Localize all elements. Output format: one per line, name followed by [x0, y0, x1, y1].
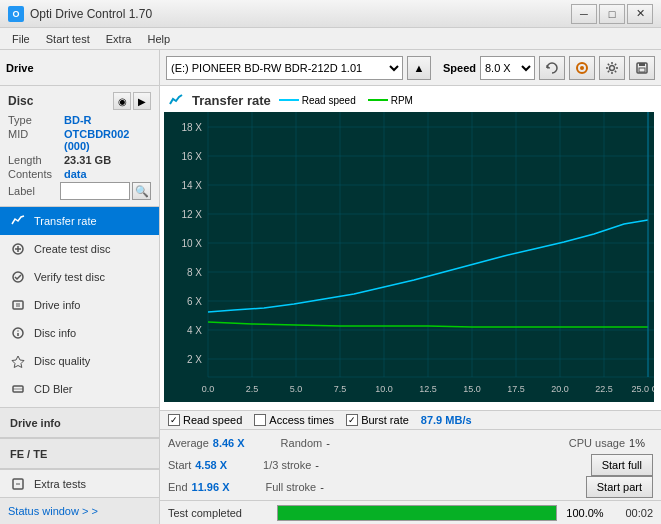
drive-info-header[interactable]: Drive info	[0, 408, 159, 438]
svg-text:20.0: 20.0	[551, 384, 569, 394]
menu-help[interactable]: Help	[139, 31, 178, 47]
drive-bar: Drive	[0, 50, 159, 86]
burst-rate-checkbox[interactable]: ✓	[346, 414, 358, 426]
nav-verify-test-label: Verify test disc	[34, 271, 105, 283]
start-part-button[interactable]: Start part	[586, 476, 653, 498]
nav-create-test-disc[interactable]: Create test disc	[0, 235, 159, 263]
close-button[interactable]: ✕	[627, 4, 653, 24]
svg-text:17.5: 17.5	[507, 384, 525, 394]
disc-title: Disc	[8, 94, 33, 108]
svg-rect-4	[13, 301, 23, 309]
read-speed-checkbox[interactable]: ✓	[168, 414, 180, 426]
svg-point-8	[17, 330, 18, 331]
read-speed-checkbox-label: Read speed	[183, 414, 242, 426]
nav-disc-quality-label: Disc quality	[34, 355, 90, 367]
status-window-label: Status window > >	[8, 505, 98, 517]
access-times-checkbox-item: Access times	[254, 414, 334, 426]
start-stat: Start 4.58 X	[168, 459, 227, 471]
start-label: Start	[168, 459, 191, 471]
chart-title: Transfer rate	[192, 93, 271, 108]
cpu-stat: CPU usage 1%	[569, 437, 645, 449]
rpm-legend-label: RPM	[391, 95, 413, 106]
speed-select[interactable]: 8.0 X	[480, 56, 535, 80]
read-speed-checkbox-item: ✓ Read speed	[168, 414, 242, 426]
settings-button[interactable]	[599, 56, 625, 80]
nav-menu: Transfer rate Create test disc Verify te…	[0, 207, 159, 407]
verify-test-icon	[10, 269, 26, 285]
nav-drive-info[interactable]: Drive info	[0, 291, 159, 319]
disc-icon-1[interactable]: ◉	[113, 92, 131, 110]
top-drive-bar: (E:) PIONEER BD-RW BDR-212D 1.01 ▲ Speed…	[160, 50, 661, 86]
menu-extra[interactable]: Extra	[98, 31, 140, 47]
label-search-button[interactable]: 🔍	[132, 182, 151, 200]
disc-quality-icon	[10, 353, 26, 369]
svg-rect-20	[639, 68, 645, 72]
average-value: 8.46 X	[213, 437, 245, 449]
left-panel: Drive Disc ◉ ▶ Type BD-R MID OTCBDR002 (…	[0, 50, 160, 524]
svg-text:15.0: 15.0	[463, 384, 481, 394]
status-window-header[interactable]: Status window > >	[0, 498, 159, 524]
random-label: Random	[281, 437, 323, 449]
cpu-label: CPU usage	[569, 437, 625, 449]
drive-select[interactable]: (E:) PIONEER BD-RW BDR-212D 1.01	[166, 56, 403, 80]
burst-rate-checkbox-item: ✓ Burst rate	[346, 414, 409, 426]
nav-disc-info-label: Disc info	[34, 327, 76, 339]
drive-label: Drive	[6, 62, 34, 74]
contents-value: data	[64, 168, 87, 180]
svg-rect-21	[164, 112, 654, 402]
checkbox-bar: ✓ Read speed Access times ✓ Burst rate 8…	[160, 410, 661, 429]
svg-text:4 X: 4 X	[187, 325, 202, 336]
read-speed-legend-label: Read speed	[302, 95, 356, 106]
svg-text:6 X: 6 X	[187, 296, 202, 307]
menu-start-test[interactable]: Start test	[38, 31, 98, 47]
fe-te-section: FE / TE	[0, 438, 159, 469]
nav-verify-test-disc[interactable]: Verify test disc	[0, 263, 159, 291]
svg-text:10.0: 10.0	[375, 384, 393, 394]
burn-button[interactable]	[569, 56, 595, 80]
label-input[interactable]	[60, 182, 130, 200]
create-test-icon	[10, 241, 26, 257]
nav-drive-info-label: Drive info	[34, 299, 80, 311]
svg-text:16 X: 16 X	[181, 151, 202, 162]
status-section: Status window > >	[0, 497, 159, 524]
svg-text:25.0 GB: 25.0 GB	[631, 384, 654, 394]
svg-text:5.0: 5.0	[290, 384, 303, 394]
svg-text:14 X: 14 X	[181, 180, 202, 191]
stroke-1-3-label: 1/3 stroke	[263, 459, 311, 471]
progress-bar-inner	[278, 506, 556, 520]
svg-text:18 X: 18 X	[181, 122, 202, 133]
nav-transfer-rate[interactable]: Transfer rate	[0, 207, 159, 235]
speed-refresh-button[interactable]	[539, 56, 565, 80]
svg-text:0.0: 0.0	[202, 384, 215, 394]
drive-info-icon	[10, 297, 26, 313]
maximize-button[interactable]: □	[599, 4, 625, 24]
minimize-button[interactable]: ─	[571, 4, 597, 24]
nav-extra-tests[interactable]: Extra tests	[0, 469, 159, 497]
title-bar: O Opti Drive Control 1.70 ─ □ ✕	[0, 0, 661, 28]
stats-row-1: Average 8.46 X Random - CPU usage 1%	[168, 432, 653, 454]
eject-button[interactable]: ▲	[407, 56, 431, 80]
transfer-rate-chart: 18 X 16 X 14 X 12 X 10 X 8 X 6 X 4 X 2 X…	[164, 112, 654, 402]
end-value: 11.96 X	[192, 481, 230, 493]
transfer-rate-icon	[10, 213, 26, 229]
fe-te-header[interactable]: FE / TE	[0, 439, 159, 469]
save-button[interactable]	[629, 56, 655, 80]
stats-row-2: Start 4.58 X 1/3 stroke - Start full	[168, 454, 653, 476]
menu-file[interactable]: File	[4, 31, 38, 47]
contents-label: Contents	[8, 168, 64, 180]
svg-text:12 X: 12 X	[181, 209, 202, 220]
extra-tests-icon	[10, 476, 26, 492]
nav-disc-quality[interactable]: Disc quality	[0, 347, 159, 375]
nav-cd-bler[interactable]: CD Bler	[0, 375, 159, 403]
svg-point-16	[580, 66, 584, 70]
access-times-checkbox[interactable]	[254, 414, 266, 426]
nav-create-test-label: Create test disc	[34, 243, 110, 255]
disc-icon-2[interactable]: ▶	[133, 92, 151, 110]
start-full-button[interactable]: Start full	[591, 454, 653, 476]
svg-text:10 X: 10 X	[181, 238, 202, 249]
nav-disc-info[interactable]: Disc info	[0, 319, 159, 347]
rpm-legend-color	[368, 99, 388, 101]
svg-point-17	[610, 65, 615, 70]
mid-value: OTCBDR002 (000)	[64, 128, 151, 152]
label-field-label: Label	[8, 185, 60, 197]
